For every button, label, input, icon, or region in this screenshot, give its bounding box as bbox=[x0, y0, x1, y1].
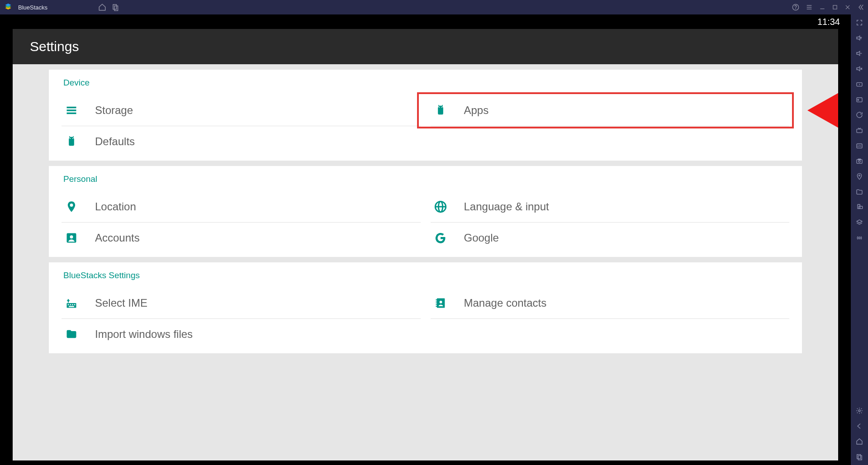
status-time: 11:34 bbox=[817, 17, 840, 27]
svg-rect-37 bbox=[436, 304, 436, 304]
menu-icon[interactable] bbox=[806, 4, 813, 11]
app-viewport: 11:34 Settings Device Storage Apps bbox=[0, 14, 851, 465]
manage-contacts-label: Manage contacts bbox=[464, 297, 547, 309]
svg-text:APK: APK bbox=[857, 145, 862, 147]
svg-marker-45 bbox=[857, 66, 860, 71]
svg-rect-31 bbox=[72, 304, 73, 305]
language-item[interactable]: Language & input bbox=[431, 191, 790, 223]
svg-point-39 bbox=[439, 301, 442, 304]
svg-point-58 bbox=[859, 175, 860, 176]
import-files-item[interactable]: Import windows files bbox=[62, 319, 421, 350]
library-icon[interactable] bbox=[112, 3, 120, 11]
android-icon bbox=[434, 104, 447, 117]
fullscreen-icon[interactable] bbox=[856, 19, 863, 26]
storage-item[interactable]: Storage bbox=[62, 95, 421, 126]
svg-line-22 bbox=[73, 136, 74, 137]
media-folder-icon[interactable] bbox=[856, 188, 863, 195]
multi-instance-icon[interactable] bbox=[856, 219, 863, 226]
location-icon[interactable] bbox=[856, 173, 863, 180]
device-section: Device Storage Apps Defaults bbox=[49, 70, 802, 161]
storage-icon bbox=[65, 104, 78, 117]
svg-point-20 bbox=[72, 138, 73, 139]
accounts-label: Accounts bbox=[95, 232, 140, 244]
svg-rect-52 bbox=[857, 129, 862, 133]
home-icon[interactable] bbox=[98, 3, 106, 11]
install-apk-icon[interactable] bbox=[856, 127, 863, 134]
apk-icon[interactable]: APK bbox=[856, 142, 863, 149]
svg-line-17 bbox=[441, 105, 442, 106]
nav-home-icon[interactable] bbox=[856, 438, 863, 445]
account-icon bbox=[65, 232, 78, 244]
svg-rect-11 bbox=[67, 107, 76, 109]
streaming-icon[interactable] bbox=[856, 234, 863, 242]
svg-point-19 bbox=[70, 138, 71, 139]
select-ime-label: Select IME bbox=[95, 297, 147, 309]
svg-rect-60 bbox=[859, 206, 863, 209]
apps-item[interactable]: Apps bbox=[431, 95, 790, 126]
location-icon bbox=[65, 200, 78, 213]
right-sidebar: APK bbox=[851, 14, 868, 465]
settings-body: Device Storage Apps Defaults bbox=[13, 64, 838, 460]
app-title: BlueStacks bbox=[18, 4, 47, 11]
back-icon[interactable] bbox=[856, 422, 863, 430]
maximize-icon[interactable] bbox=[832, 4, 838, 10]
accounts-item[interactable]: Accounts bbox=[62, 223, 421, 253]
apps-label: Apps bbox=[464, 104, 489, 117]
defaults-item[interactable]: Defaults bbox=[62, 126, 421, 157]
import-files-label: Import windows files bbox=[95, 328, 193, 341]
rotate-icon[interactable] bbox=[856, 204, 863, 211]
mute-icon[interactable] bbox=[856, 65, 863, 72]
svg-marker-61 bbox=[857, 220, 862, 223]
svg-rect-33 bbox=[69, 306, 74, 307]
keyboard-icon bbox=[65, 297, 78, 309]
globe-icon bbox=[434, 200, 447, 213]
screenshot-icon[interactable] bbox=[856, 157, 863, 165]
sync-icon[interactable] bbox=[856, 111, 863, 119]
close-icon[interactable] bbox=[844, 4, 851, 10]
svg-rect-35 bbox=[436, 299, 436, 300]
svg-rect-30 bbox=[70, 304, 71, 305]
svg-point-27 bbox=[70, 235, 73, 238]
recents-icon[interactable] bbox=[856, 453, 863, 460]
keymap-icon[interactable] bbox=[856, 81, 863, 88]
manage-contacts-item[interactable]: Manage contacts bbox=[431, 288, 790, 319]
svg-point-56 bbox=[859, 161, 860, 162]
svg-point-62 bbox=[859, 237, 860, 239]
status-bar: 11:34 bbox=[0, 14, 851, 29]
svg-rect-12 bbox=[67, 109, 76, 111]
bluestacks-section: BlueStacks Settings Select IME Manage co… bbox=[49, 262, 802, 353]
minimize-icon[interactable] bbox=[819, 4, 825, 10]
volume-down-icon[interactable] bbox=[856, 50, 863, 57]
svg-point-3 bbox=[796, 9, 796, 9]
svg-rect-32 bbox=[74, 304, 75, 305]
defaults-label: Defaults bbox=[95, 135, 135, 148]
titlebar: BlueStacks bbox=[0, 0, 868, 14]
svg-marker-40 bbox=[857, 36, 860, 40]
svg-marker-43 bbox=[857, 51, 860, 55]
android-icon bbox=[65, 135, 78, 148]
svg-rect-28 bbox=[67, 303, 76, 308]
location-item[interactable]: Location bbox=[62, 191, 421, 223]
select-ime-item[interactable]: Select IME bbox=[62, 288, 421, 319]
svg-rect-36 bbox=[436, 302, 436, 303]
personal-section-title: Personal bbox=[62, 174, 789, 184]
bluestacks-logo-icon bbox=[4, 3, 13, 12]
personal-section: Personal Location Language & input Accou… bbox=[49, 166, 802, 257]
volume-up-icon[interactable] bbox=[856, 34, 863, 42]
help-icon[interactable] bbox=[792, 4, 799, 11]
google-item[interactable]: Google bbox=[431, 223, 790, 253]
arrow-annotation bbox=[807, 88, 838, 133]
google-label: Google bbox=[464, 232, 499, 244]
collapse-sidebar-icon[interactable] bbox=[857, 4, 864, 11]
location-label: Location bbox=[95, 200, 136, 213]
settings-gear-icon[interactable] bbox=[856, 407, 863, 414]
device-section-title: Device bbox=[62, 78, 789, 88]
svg-line-16 bbox=[438, 105, 439, 106]
google-icon bbox=[434, 232, 447, 244]
keymap-editor-icon[interactable] bbox=[856, 96, 863, 103]
language-label: Language & input bbox=[464, 200, 549, 213]
contacts-icon bbox=[434, 297, 447, 309]
svg-rect-8 bbox=[833, 5, 837, 9]
svg-rect-29 bbox=[68, 304, 69, 305]
page-title: Settings bbox=[13, 29, 838, 64]
